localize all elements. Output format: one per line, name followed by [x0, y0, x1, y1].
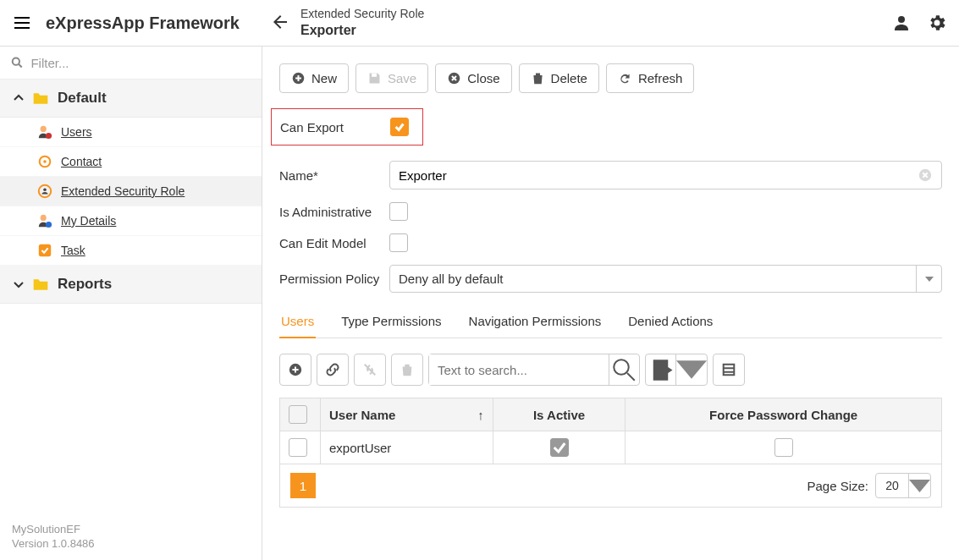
svg-rect-10 — [39, 244, 51, 256]
col-is-active[interactable]: Is Active — [493, 398, 626, 431]
permission-policy-row: Permission Policy Deny all by default — [279, 265, 942, 293]
can-export-checkbox[interactable] — [390, 118, 409, 136]
plus-circle-icon — [288, 362, 303, 377]
svg-point-17 — [614, 360, 629, 375]
user-role-icon — [37, 124, 52, 140]
chevron-down-icon[interactable] — [676, 354, 707, 385]
chevron-up-icon — [12, 91, 25, 105]
table-row[interactable]: exportUser — [280, 431, 942, 464]
new-button[interactable]: New — [279, 63, 349, 93]
add-row-button[interactable] — [279, 354, 311, 386]
svg-point-7 — [43, 188, 47, 191]
page-size-label: Page Size: — [807, 479, 868, 493]
field-label: Name* — [279, 168, 389, 183]
users-grid: User Name ↑ Is Active Force Password Cha… — [279, 398, 942, 464]
svg-marker-15 — [925, 277, 934, 282]
dropdown-caret[interactable] — [916, 266, 941, 292]
sidebar-item-my-details[interactable]: My Details — [0, 206, 262, 236]
field-label: Can Export — [280, 120, 390, 135]
sidebar-item-users[interactable]: Users — [0, 118, 262, 147]
magnifier-icon — [609, 355, 639, 385]
can-edit-model-checkbox[interactable] — [389, 233, 408, 252]
sidebar-item-contact[interactable]: Contact — [0, 147, 262, 177]
tab-type-permissions[interactable]: Type Permissions — [339, 305, 443, 338]
detail-tabs: Users Type Permissions Navigation Permis… — [279, 305, 942, 338]
version-label: Version 1.0.8486 — [12, 537, 250, 552]
nav-group-default[interactable]: Default — [0, 80, 262, 118]
close-button[interactable]: Close — [435, 63, 511, 93]
solution-name: MySolutionEF — [12, 523, 250, 537]
grid-search-button[interactable] — [609, 354, 639, 385]
sidebar-item-security-role[interactable]: Extended Security Role — [0, 177, 262, 206]
tab-navigation-permissions[interactable]: Navigation Permissions — [467, 305, 604, 338]
link-button[interactable] — [317, 354, 349, 386]
unlink-button[interactable] — [354, 354, 386, 386]
col-force-pw[interactable]: Force Password Change — [626, 398, 942, 431]
cell-force-pw-checkbox[interactable] — [774, 438, 793, 457]
nav-group-reports[interactable]: Reports — [0, 266, 262, 304]
button-label: Save — [388, 71, 416, 85]
tab-users[interactable]: Users — [279, 305, 316, 338]
field-label: Permission Policy — [279, 272, 389, 286]
field-label: Is Administrative — [279, 205, 389, 219]
nav-group-label: Reports — [58, 276, 112, 293]
name-input[interactable] — [399, 168, 918, 183]
page-size-select[interactable]: 20 — [875, 473, 931, 498]
svg-point-5 — [43, 160, 47, 163]
top-bar: eXpressApp Framework Extended Security R… — [0, 0, 959, 47]
save-button[interactable]: Save — [355, 63, 428, 93]
svg-point-3 — [46, 133, 52, 139]
delete-row-button[interactable] — [391, 354, 423, 386]
page-number[interactable]: 1 — [290, 473, 316, 498]
refresh-icon — [618, 71, 632, 85]
filter-input[interactable] — [30, 56, 251, 70]
svg-point-2 — [41, 126, 47, 132]
sidebar-item-label: Users — [61, 125, 92, 139]
hamburger-icon[interactable] — [12, 13, 32, 33]
button-label: Delete — [551, 71, 587, 85]
users-sub-toolbar — [279, 354, 942, 386]
trash-icon — [400, 362, 415, 377]
col-label: User Name — [329, 408, 395, 422]
task-icon — [37, 243, 52, 258]
col-user-name[interactable]: User Name ↑ — [321, 398, 493, 431]
settings-icon[interactable] — [927, 13, 947, 33]
grid-search-box — [428, 354, 640, 386]
breadcrumb: Extended Security Role — [300, 7, 424, 22]
sidebar-item-label: My Details — [61, 214, 116, 228]
user-icon[interactable] — [891, 13, 912, 33]
grid-search-input[interactable] — [429, 354, 609, 385]
unlink-icon — [362, 362, 378, 377]
cell-is-active-checkbox[interactable] — [550, 438, 569, 457]
chevron-down-icon[interactable] — [908, 474, 930, 497]
svg-rect-19 — [724, 365, 735, 376]
brand-label: eXpressApp Framework — [46, 14, 240, 33]
close-circle-icon — [447, 71, 461, 85]
button-label: New — [311, 71, 337, 85]
export-split-button[interactable] — [645, 354, 708, 386]
svg-point-1 — [13, 58, 19, 65]
svg-point-9 — [46, 222, 52, 228]
is-admin-checkbox[interactable] — [389, 202, 408, 221]
row-select-checkbox[interactable] — [289, 438, 307, 457]
clear-icon[interactable] — [918, 167, 933, 183]
sidebar: Default Users Contact Extended Security … — [0, 47, 262, 560]
delete-button[interactable]: Delete — [519, 63, 599, 93]
refresh-button[interactable]: Refresh — [606, 63, 695, 93]
trash-icon — [531, 71, 545, 85]
permission-policy-select[interactable]: Deny all by default — [389, 265, 942, 293]
table-header-row: User Name ↑ Is Active Force Password Cha… — [280, 398, 942, 431]
back-icon[interactable] — [270, 12, 290, 35]
sidebar-item-task[interactable]: Task — [0, 236, 262, 266]
is-admin-row: Is Administrative — [279, 202, 942, 221]
select-all-checkbox[interactable] — [289, 405, 307, 424]
chevron-down-icon — [12, 277, 25, 291]
folder-icon — [32, 277, 49, 292]
export-icon[interactable] — [646, 354, 676, 385]
sidebar-footer: MySolutionEF Version 1.0.8486 — [0, 514, 262, 560]
tab-denied-actions[interactable]: Denied Actions — [626, 305, 714, 338]
svg-point-8 — [41, 215, 47, 221]
columns-icon — [721, 362, 736, 377]
name-row: Name* — [279, 161, 942, 189]
columns-button[interactable] — [713, 354, 745, 386]
